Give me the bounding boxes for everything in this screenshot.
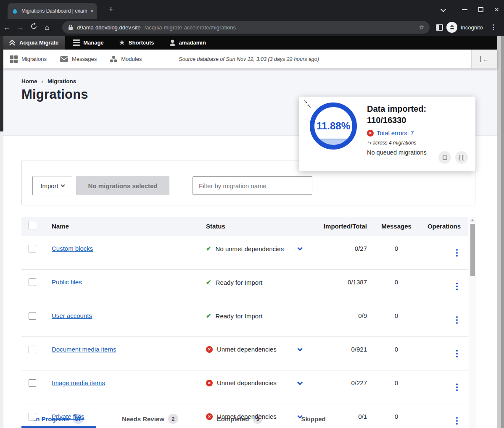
migration-name-link[interactable]: Custom blocks [52,245,93,252]
imported-total-value: 0/921 [319,346,372,353]
chevron-down-icon[interactable] [297,346,303,352]
window-minimize-button[interactable] [462,9,467,10]
star-icon: ★ [119,38,125,47]
envelope-icon [60,56,68,62]
source-database-note: Source database of Sun Nov 12, 3:03 (3 d… [179,56,319,62]
table-scrollbar[interactable] [469,217,476,428]
browser-tab-strip: Migrations Dashboard | example × + × [0,0,504,19]
kebab-menu-icon[interactable] [454,315,459,325]
migration-name-link[interactable]: Public files [52,278,82,286]
success-check-icon: ✔ [206,245,211,252]
table-row: Private files✕Unmet dependencies0/10 [21,404,468,428]
progress-percent: 11.88% [317,120,350,132]
chevron-down-icon[interactable] [297,380,303,385]
toolbar-item-shortcuts[interactable]: ★ Shortcuts [111,36,162,50]
row-checkbox[interactable] [29,413,36,420]
error-cross-icon: ✕ [206,346,213,353]
kebab-menu-icon[interactable] [454,248,459,257]
bookmark-star-icon[interactable]: ☆ [419,24,425,31]
messages-count: 0 [372,346,420,353]
row-checkbox[interactable] [29,245,36,252]
window-maximize-button[interactable] [478,7,483,12]
import-label: Import [40,182,58,189]
across-migrations-note: ↪ across 4 migrations [367,140,427,146]
resize-arrow-icon[interactable]: ↖ [307,103,311,109]
success-check-icon: ✔ [206,278,211,286]
scrollbar-up-arrow-icon[interactable] [471,219,474,221]
window-close-button[interactable]: × [494,5,499,13]
scrollbar-thumb[interactable] [470,224,475,276]
shortcuts-label: Shortcuts [129,39,154,46]
side-panel-icon[interactable] [436,24,443,31]
browser-address-bar: ← → ⌂ d9ama-ddevblog.ddev.site /acquia-m… [0,19,504,36]
incognito-icon [446,22,457,33]
select-all-checkbox[interactable] [29,222,36,229]
kebab-menu-icon[interactable] [454,282,459,291]
url-domain: d9ama-ddevblog.ddev.site [77,24,141,31]
toolbar-item-modules[interactable]: Modules [103,50,148,68]
forward-icon[interactable]: → [13,23,27,32]
kebab-menu-icon[interactable] [454,349,459,358]
kebab-menu-icon[interactable] [454,383,459,392]
kebab-menu-icon[interactable] [454,416,459,425]
table-row: Public files✔Ready for Import0/13870 [21,270,468,303]
migration-name-link[interactable]: Document media items [52,346,116,353]
tab-close-icon[interactable]: × [90,8,94,14]
error-cross-icon: ✕ [206,380,213,386]
chevron-down-icon [61,183,65,187]
imported-total-value: 0/1 [319,413,372,420]
status-text: Unmet dependencies [217,413,277,420]
row-checkbox[interactable] [29,312,36,320]
imported-total-value: 0/1387 [319,278,372,286]
total-errors-link[interactable]: Total errors: 7 [377,130,414,137]
row-checkbox[interactable] [29,278,36,286]
tab-search-chevron-icon[interactable] [441,7,446,12]
filter-input[interactable] [193,176,312,195]
error-cross-icon: ✕ [206,413,213,420]
pause-button[interactable] [455,151,468,164]
acquia-migrate-brand[interactable]: Acquia Migrate [3,36,65,50]
toolbar-item-user[interactable]: amadamin [162,36,214,50]
data-imported-value: 110/16330 [367,115,427,126]
breadcrumb-current: Migrations [47,78,76,84]
migrations-table: Name Status Imported/Total Messages Oper… [21,217,468,428]
url-field[interactable]: d9ama-ddevblog.ddev.site /acquia-migrate… [62,21,430,34]
table-header-row: Name Status Imported/Total Messages Oper… [21,217,468,236]
double-chevron-up-icon [8,39,16,46]
row-checkbox[interactable] [29,379,36,387]
messages-count: 0 [372,312,420,319]
background-window-left-edge [0,36,3,131]
toolbar-collapse-button[interactable]: ← [471,50,497,68]
new-tab-button[interactable]: + [106,4,116,14]
breadcrumb-separator: › [42,78,44,84]
imported-total-value: 0/27 [319,245,372,252]
browser-tab[interactable]: Migrations Dashboard | example × [8,3,97,19]
import-dropdown-button[interactable]: Import [32,176,72,195]
drupal-admin-toolbar: Acquia Migrate Manage ★ Shortcuts amadam… [3,36,497,50]
toolbar-item-messages[interactable]: Messages [53,50,103,68]
breadcrumb-home-link[interactable]: Home [21,78,37,84]
messages-count: 0 [372,278,420,286]
home-icon[interactable]: ⌂ [40,23,54,32]
row-checkbox[interactable] [29,346,36,353]
migration-name-link[interactable]: Private files [52,413,84,420]
success-check-icon: ✔ [206,312,211,320]
migration-name-link[interactable]: Image media items [52,379,105,386]
reload-icon[interactable] [27,23,40,32]
stop-button[interactable] [438,151,451,164]
chevron-down-icon[interactable] [297,245,303,251]
status-text: No unmet dependencies [216,245,284,252]
migration-name-link[interactable]: User accounts [52,312,92,319]
import-progress-card: ↘ ↖ 11.88% Data imported: 110/16330 ✕ To… [299,97,475,171]
status-text: Unmet dependencies [217,379,277,386]
browser-menu-icon[interactable] [493,24,494,30]
toolbar-item-migrations[interactable]: Migrations [3,50,53,68]
table-row: Document media items✕Unmet dependencies0… [21,337,468,370]
back-icon[interactable]: ← [0,23,13,32]
messages-count: 0 [372,413,420,420]
messages-count: 0 [372,379,420,386]
toolbar-item-manage[interactable]: Manage [65,36,111,50]
chevron-down-icon[interactable] [297,413,303,419]
imported-total-value: 0/9 [319,312,372,319]
collapse-arrow-icon: ← [483,55,489,63]
